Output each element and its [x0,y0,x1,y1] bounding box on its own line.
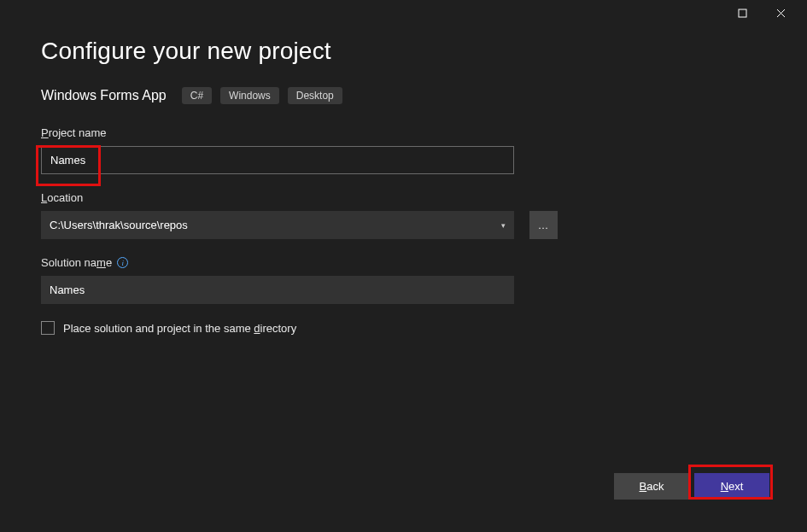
template-name: Windows Forms App [41,88,167,103]
close-button[interactable] [762,0,800,26]
titlebar [0,0,807,26]
tag-desktop: Desktop [288,87,342,104]
maximize-button[interactable] [723,0,762,26]
browse-button[interactable]: ... [529,211,558,239]
location-label: Location [41,191,766,204]
info-icon[interactable]: i [117,257,128,268]
same-directory-row[interactable]: Place solution and project in the same d… [41,321,766,335]
template-row: Windows Forms App C# Windows Desktop [41,87,766,104]
maximize-icon [738,9,747,18]
same-directory-checkbox[interactable] [41,321,55,335]
svg-rect-0 [739,9,746,17]
main-content: Configure your new project Windows Forms… [0,26,807,335]
tag-windows: Windows [220,87,279,104]
location-value: C:\Users\thrak\source\repos [50,219,188,231]
footer-buttons: Back Next [614,473,769,500]
chevron-down-icon: ▾ [501,221,506,230]
location-dropdown[interactable]: C:\Users\thrak\source\repos ▾ [41,211,514,239]
page-title: Configure your new project [41,38,766,65]
back-button[interactable]: Back [614,473,689,500]
tag-csharp: C# [182,87,212,104]
solution-name-label: Solution name i [41,256,766,269]
solution-name-group: Solution name i Names [41,256,766,304]
next-button[interactable]: Next [694,473,769,500]
location-group: Location C:\Users\thrak\source\repos ▾ .… [41,191,766,239]
close-icon [776,9,786,18]
same-directory-label: Place solution and project in the same d… [63,322,296,335]
project-name-label: Project name [41,126,766,139]
project-name-input[interactable] [41,146,514,174]
project-name-group: Project name [41,126,766,174]
solution-name-input[interactable]: Names [41,276,514,304]
